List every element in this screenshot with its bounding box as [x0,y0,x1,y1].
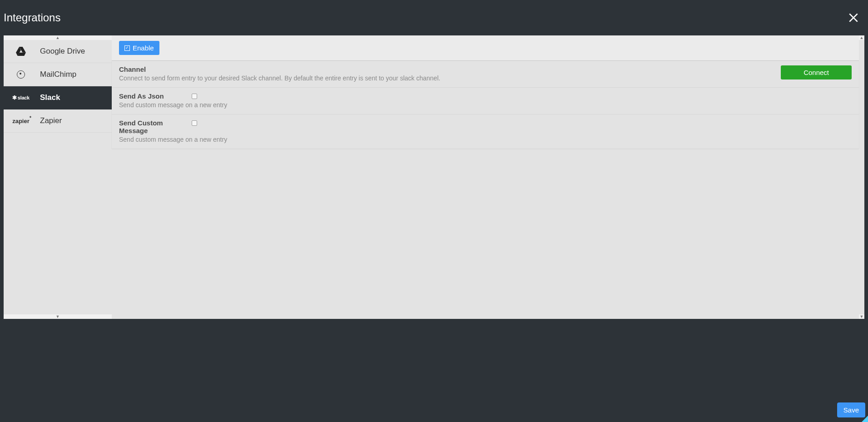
channel-desc: Connect to send form entry to your desir… [119,74,772,82]
send-custom-checkbox[interactable] [192,120,197,126]
settings-card: Channel Connect to send form entry to yo… [112,60,859,149]
integrations-sidebar: ▲ Google Drive MailChimp slack Slack [4,35,112,319]
page-title: Integrations [4,11,60,24]
modal-header: Integrations [0,0,868,35]
sidebar-item-slack[interactable]: slack Slack [4,86,112,109]
send-json-checkbox[interactable] [192,94,197,99]
sidebar-item-label: Google Drive [40,47,85,56]
app-root: Integrations ▲ Google Drive MailChimp [0,0,868,422]
enable-bar: ✓ Enable [112,35,859,60]
footer-save: Save [837,402,865,417]
sidebar-item-label: MailChimp [40,70,76,79]
enable-check-icon: ✓ [124,45,130,51]
content-inner: ✓ Enable Channel Connect to send form en… [112,35,864,319]
channel-title: Channel [119,65,772,73]
send-json-title: Send As Json [119,92,164,100]
sidebar-item-mailchimp[interactable]: MailChimp [4,63,112,86]
channel-section: Channel Connect to send form entry to yo… [112,61,859,88]
zapier-icon: zapier [10,118,32,124]
send-custom-title: Send Custom Message [119,119,164,134]
send-json-desc: Send custom message on a new entry [119,101,852,109]
sidebar-item-zapier[interactable]: zapier Zapier [4,109,112,133]
connect-button[interactable]: Connect [781,65,852,79]
enable-button[interactable]: ✓ Enable [119,41,159,55]
sidebar-scroll-up[interactable]: ▲ [4,35,112,40]
content-scroll-up[interactable]: ▲ [859,35,864,40]
sidebar-item-label: Slack [40,93,60,102]
send-custom-desc: Send custom message on a new entry [119,136,852,143]
content-scroll-down[interactable]: ▼ [859,314,864,319]
google-drive-icon [10,47,32,56]
send-custom-message-section: Send Custom Message Send custom message … [112,114,859,149]
enable-button-label: Enable [133,44,154,52]
send-as-json-section: Send As Json Send custom message on a ne… [112,88,859,114]
slack-icon: slack [10,94,32,101]
save-button[interactable]: Save [837,402,865,417]
close-button[interactable] [847,11,860,24]
sidebar-item-label: Zapier [40,116,62,125]
close-icon [848,12,859,24]
sidebar-item-google-drive[interactable]: Google Drive [4,40,112,63]
sidebar-scroll-down[interactable]: ▼ [4,314,112,319]
mailchimp-icon [10,70,32,79]
sidebar-list: Google Drive MailChimp slack Slack zapie… [4,40,112,314]
main-panel: ▲ Google Drive MailChimp slack Slack [4,35,864,319]
integration-content: ▲ ✓ Enable Channel Connect to send form … [112,35,864,319]
